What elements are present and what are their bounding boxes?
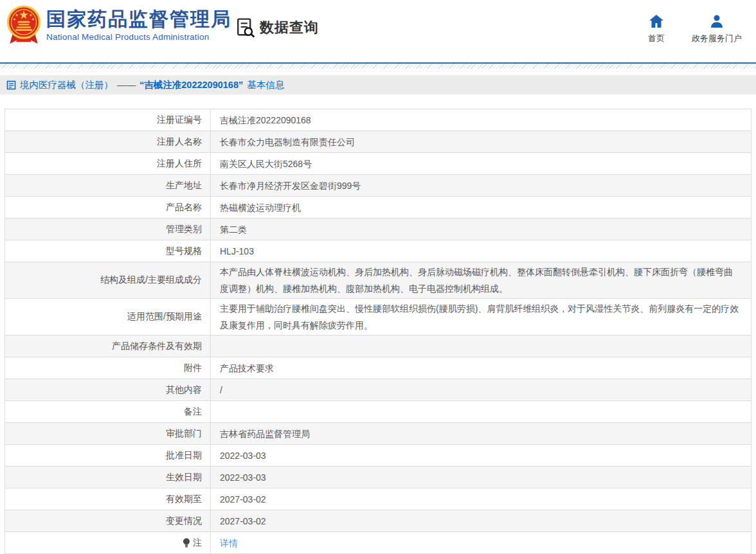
table-row: 注 详情: [5, 532, 751, 554]
row-label: 注册人住所: [157, 158, 202, 170]
row-value: [211, 335, 751, 357]
row-value: 吉林省药品监督管理局: [211, 423, 751, 444]
row-label: 型号规格: [166, 246, 202, 257]
table-row: 管理类别 第二类: [5, 219, 751, 240]
row-label: 附件: [184, 362, 202, 374]
table-row: 适用范围/预期用途 主要用于辅助治疗腰椎间盘突出、慢性腰部软组织损伤(腰肌劳损)…: [5, 299, 751, 335]
row-label-cell: 型号规格: [5, 240, 211, 262]
table-row: 批准日期 2022-03-03: [5, 445, 751, 467]
table-row: 审批部门 吉林省药品监督管理局: [5, 423, 751, 445]
row-value: 南关区人民大街5268号: [211, 153, 751, 174]
row-value: 吉械注准20222090168: [211, 109, 751, 130]
table-row: 注册人住所 南关区人民大街5268号: [5, 153, 751, 175]
row-label-cell: 注册证编号: [5, 109, 211, 130]
row-value: 长春市净月经济开发区金碧街999号: [211, 175, 751, 196]
emblem-gate: [17, 21, 30, 23]
breadcrumb-registration-no: “吉械注准20222090168”: [140, 79, 243, 91]
row-label-cell: 管理类别: [5, 219, 211, 240]
row-label-cell: 适用范围/预期用途: [5, 299, 211, 335]
row-label: 生效日期: [166, 472, 202, 483]
row-value: 2027-03-02: [211, 510, 751, 532]
row-label: 管理类别: [166, 224, 202, 235]
table-row: 变更情况 2027-03-02: [5, 510, 751, 532]
row-label-cell: 其他内容: [5, 379, 211, 400]
row-value: 产品技术要求: [211, 357, 751, 379]
breadcrumb-separator: ——: [117, 80, 136, 90]
row-label-cell: 生效日期: [5, 467, 211, 488]
row-value: 2022-03-03: [211, 445, 751, 466]
row-label: 其他内容: [166, 384, 202, 396]
breadcrumb: 境内医疗器械（注册） —— “吉械注准20222090168” 基本信息: [0, 75, 756, 94]
row-label: 审批部门: [166, 428, 202, 440]
site-header: 国家药品监督管理局 National Medical Products Admi…: [0, 0, 756, 62]
breadcrumb-category: 境内医疗器械（注册）: [20, 79, 113, 91]
table-row: 生效日期 2022-03-03: [5, 467, 751, 488]
table-row: 备注: [5, 401, 751, 423]
row-label-cell: 审批部门: [5, 423, 211, 444]
row-label-cell: 注册人住所: [5, 153, 211, 174]
row-label-cell: 附件: [5, 357, 211, 379]
bulb-icon: [183, 538, 190, 548]
row-label-cell: 变更情况: [5, 510, 211, 532]
table-row: 注册人名称 长春市众力电器制造有限责任公司: [5, 131, 751, 153]
table-row: 结构及组成/主要组成成分 本产品由人体脊柱横波运动机构、身后加热机构、身后脉动磁…: [5, 262, 751, 299]
nav-home-label: 首页: [648, 33, 665, 44]
org-title-block: 国家药品监督管理局 National Medical Products Admi…: [46, 8, 231, 42]
row-label: 产品名称: [166, 202, 202, 213]
row-value: 2022-03-03: [211, 467, 751, 488]
row-label: 适用范围/预期用途: [127, 311, 202, 323]
row-value: 本产品由人体脊柱横波运动机构、身后加热机构、身后脉动磁场磁疗机构、整体床面翻转倒…: [211, 262, 751, 298]
row-label-cell: 结构及组成/主要组成成分: [5, 262, 211, 298]
nav-portal-label: 政务服务门户: [692, 33, 742, 44]
row-label: 有效期至: [166, 494, 202, 505]
row-label: 注册人名称: [157, 136, 202, 148]
row-label-cell: 注: [5, 532, 211, 553]
nav-item-portal[interactable]: 政务服务门户: [692, 14, 742, 44]
portal-user-icon: [709, 14, 724, 28]
row-value: 长春市众力电器制造有限责任公司: [211, 131, 751, 152]
home-icon: [649, 14, 664, 28]
row-label: 批准日期: [166, 450, 202, 461]
national-emblem-logo: [5, 4, 42, 46]
table-row: 附件 产品技术要求: [5, 357, 751, 379]
breadcrumb-suffix: 基本信息: [247, 79, 284, 91]
row-label: 注: [193, 537, 202, 549]
top-nav: 首页 政务服务门户: [648, 14, 742, 44]
org-name-cn: 国家药品监督管理局: [46, 8, 231, 30]
row-label-cell: 批准日期: [5, 445, 211, 466]
document-search-icon: [237, 17, 255, 38]
table-row: 产品储存条件及有效期: [5, 335, 751, 357]
row-label-cell: 产品名称: [5, 197, 211, 218]
data-query-section[interactable]: 数据查询: [237, 17, 319, 38]
table-row: 型号规格 HLJ-103: [5, 240, 751, 262]
row-label-cell: 注册人名称: [5, 131, 211, 152]
row-value: 主要用于辅助治疗腰椎间盘突出、慢性腰部软组织损伤(腰肌劳损)、肩背肌纤维组织炎，…: [211, 299, 751, 335]
row-label: 产品储存条件及有效期: [112, 341, 202, 352]
row-label: 结构及组成/主要组成成分: [100, 274, 202, 286]
row-value: HLJ-103: [211, 240, 751, 262]
org-name-en: National Medical Products Administration: [46, 32, 231, 42]
table-row: 其他内容 /: [5, 379, 751, 401]
row-label: 注册证编号: [157, 114, 202, 126]
data-query-label: 数据查询: [260, 18, 319, 37]
row-value: 2027-03-02: [211, 488, 751, 510]
table-row: 注册证编号 吉械注准20222090168: [5, 109, 751, 131]
row-label: 备注: [184, 406, 202, 418]
striped-divider-band: [0, 64, 756, 69]
table-row: 有效期至 2027-03-02: [5, 488, 751, 510]
row-value: 热磁横波运动理疗机: [211, 197, 751, 218]
row-value: /: [211, 379, 751, 400]
row-label: 生产地址: [166, 180, 202, 192]
row-label-cell: 生产地址: [5, 175, 211, 196]
registration-info-table: 注册证编号 吉械注准20222090168 注册人名称 长春市众力电器制造有限责…: [4, 109, 752, 554]
row-label-cell: 备注: [5, 401, 211, 422]
row-label-cell: 产品储存条件及有效期: [5, 335, 211, 357]
table-row: 生产地址 长春市净月经济开发区金碧街999号: [5, 175, 751, 197]
row-value: [211, 401, 751, 422]
table-row: 产品名称 热磁横波运动理疗机: [5, 197, 751, 219]
details-link[interactable]: 详情: [211, 532, 751, 553]
row-label: 变更情况: [166, 515, 202, 527]
row-value: 第二类: [211, 219, 751, 240]
document-icon: [6, 80, 16, 90]
nav-item-home[interactable]: 首页: [648, 14, 665, 44]
